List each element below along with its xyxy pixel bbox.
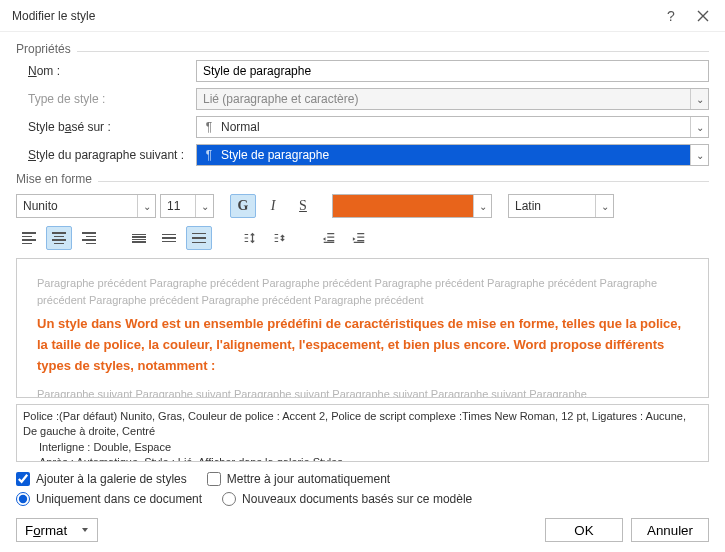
preview-main: Un style dans Word est un ensemble prédé… [37, 314, 688, 376]
italic-button[interactable]: I [260, 194, 286, 218]
pilcrow-icon: ¶ [203, 148, 215, 162]
chevron-down-icon[interactable]: ⌄ [195, 195, 213, 217]
type-combo: Lié (paragraphe et caractère) ⌄ [196, 88, 709, 110]
new-documents-radio[interactable]: Nouveaux documents basés sur ce modèle [222, 492, 472, 506]
name-label: Nom : [16, 64, 196, 78]
based-on-label: Style basé sur : [16, 120, 196, 134]
chevron-down-icon[interactable]: ⌄ [690, 117, 708, 137]
preview-before: Paragraphe précédent Paragraphe précéden… [37, 275, 688, 308]
line-spacing-1-button[interactable] [126, 226, 152, 250]
style-description: Police :(Par défaut) Nunito, Gras, Coule… [16, 404, 709, 462]
auto-update-checkbox[interactable]: Mettre à jour automatiquement [207, 472, 390, 486]
chevron-down-icon[interactable]: ⌄ [473, 195, 491, 217]
underline-button[interactable]: S [290, 194, 316, 218]
next-style-combo[interactable]: ¶Style de paragraphe ⌄ [196, 144, 709, 166]
script-combo[interactable]: Latin ⌄ [508, 194, 614, 218]
format-dropdown-button[interactable]: Format [16, 518, 98, 542]
chevron-down-icon[interactable]: ⌄ [595, 195, 613, 217]
font-color-combo[interactable]: ⌄ [332, 194, 492, 218]
ok-button[interactable]: OK [545, 518, 623, 542]
chevron-down-icon[interactable]: ⌄ [690, 145, 708, 165]
font-family-combo[interactable]: Nunito ⌄ [16, 194, 156, 218]
pilcrow-icon: ¶ [203, 120, 215, 134]
bold-button[interactable]: G [230, 194, 256, 218]
preview-box: Paragraphe précédent Paragraphe précéden… [16, 258, 709, 398]
increase-para-spacing-button[interactable] [236, 226, 262, 250]
next-style-label: Style du paragraphe suivant : [16, 148, 196, 162]
name-input[interactable] [196, 60, 709, 82]
decrease-para-spacing-button[interactable] [266, 226, 292, 250]
cancel-button[interactable]: Annuler [631, 518, 709, 542]
type-label: Type de style : [16, 92, 196, 106]
formatting-heading: Mise en forme [16, 172, 98, 186]
color-swatch [333, 195, 473, 217]
window-title: Modifier le style [12, 9, 655, 23]
line-spacing-2-button[interactable] [186, 226, 212, 250]
align-right-button[interactable] [76, 226, 102, 250]
section-properties: Propriétés [16, 42, 709, 56]
add-to-gallery-checkbox[interactable]: Ajouter à la galerie de styles [16, 472, 187, 486]
line-spacing-1-5-button[interactable] [156, 226, 182, 250]
based-on-combo[interactable]: ¶Normal ⌄ [196, 116, 709, 138]
titlebar: Modifier le style ? [0, 0, 725, 32]
decrease-indent-button[interactable] [316, 226, 342, 250]
align-center-button[interactable] [46, 226, 72, 250]
properties-heading: Propriétés [16, 42, 77, 56]
chevron-down-icon: ⌄ [690, 89, 708, 109]
preview-after: Paragraphe suivant Paragraphe suivant Pa… [37, 386, 688, 398]
chevron-down-icon[interactable]: ⌄ [137, 195, 155, 217]
font-size-combo[interactable]: 11 ⌄ [160, 194, 214, 218]
only-this-document-radio[interactable]: Uniquement dans ce document [16, 492, 202, 506]
align-left-button[interactable] [16, 226, 42, 250]
close-button[interactable] [687, 2, 719, 30]
increase-indent-button[interactable] [346, 226, 372, 250]
section-formatting: Mise en forme [16, 172, 709, 186]
help-button[interactable]: ? [655, 2, 687, 30]
